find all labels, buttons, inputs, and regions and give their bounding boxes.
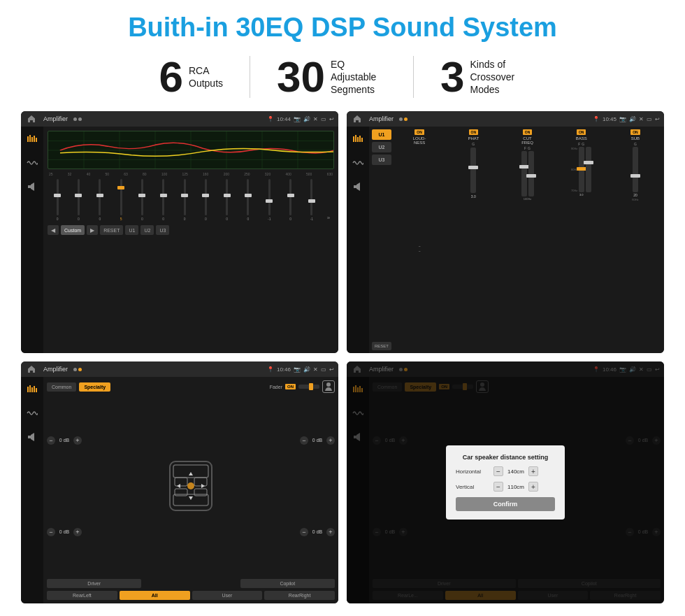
status-right-2: 📍 10:45 📷 🔊 ✕ ▭ ↩ (593, 116, 660, 122)
copilot-button[interactable]: Copilot (240, 579, 335, 588)
eq-sidebar-icon-2[interactable] (351, 132, 365, 146)
eq-slider-6[interactable]: 0 (154, 179, 173, 221)
home-icon[interactable] (25, 113, 38, 125)
wave-sidebar-icon-3[interactable] (25, 406, 39, 420)
prev-button[interactable]: ◀ (48, 225, 59, 235)
rearright-button[interactable]: RearRight (264, 591, 335, 600)
svg-rect-21 (361, 138, 363, 142)
minus-fr[interactable]: − (300, 436, 308, 445)
location-icon: 📍 (267, 116, 274, 122)
loudness-on-badge: ON (414, 129, 424, 135)
eq-slider-5[interactable]: 0 (132, 179, 152, 221)
svg-point-39 (187, 482, 194, 489)
back-icon-2[interactable]: ↩ (655, 116, 660, 122)
status-bar-2: Amplifier 📍 10:45 📷 🔊 ✕ ▭ ↩ (347, 111, 664, 127)
u3-preset[interactable]: U3 (372, 155, 391, 165)
bass-slider-f[interactable] (579, 147, 584, 192)
reset-small-button[interactable]: RESET (372, 342, 391, 350)
expand-arrow[interactable]: » (323, 215, 334, 221)
sub-slider[interactable] (633, 147, 638, 192)
specialty-tab[interactable]: Specialty (79, 382, 110, 392)
vertical-plus[interactable]: + (528, 482, 538, 492)
speaker-sidebar-icon-2[interactable] (351, 180, 365, 194)
user-button[interactable]: User (192, 591, 263, 600)
fader-slider[interactable] (298, 385, 319, 389)
common-tab[interactable]: Common (47, 382, 76, 392)
back-icon-3[interactable]: ↩ (329, 366, 334, 373)
horizontal-minus[interactable]: − (493, 466, 503, 476)
u1-button[interactable]: U1 (125, 225, 138, 235)
freq-labels: 25 32 40 50 63 80 100 125 160 200 250 32… (48, 172, 334, 176)
volume-icon: 🔊 (303, 116, 310, 122)
next-button[interactable]: ▶ (87, 225, 98, 235)
rearleft-button[interactable]: RearLeft (47, 591, 117, 600)
car-top-view-svg (159, 458, 222, 514)
svg-rect-4 (36, 138, 37, 142)
eq-slider-8[interactable]: 0 (196, 179, 215, 221)
eq-slider-9[interactable]: 0 (217, 179, 237, 221)
plus-rr[interactable]: + (326, 528, 335, 536)
eq-slider-4[interactable]: 5 (111, 179, 131, 221)
horizontal-value: 140cm (505, 468, 526, 475)
wave-sidebar-icon-2[interactable] (351, 156, 365, 170)
home-icon-2[interactable] (351, 113, 363, 125)
vertical-minus[interactable]: − (493, 482, 503, 492)
left-sidebar-1 (21, 127, 43, 353)
home-icon-3[interactable] (25, 363, 38, 375)
minus-rr[interactable]: − (300, 528, 308, 536)
volume-icon-2: 🔊 (629, 116, 636, 122)
person-icon (322, 380, 335, 393)
bass-slider-g[interactable] (586, 147, 591, 192)
eq-slider-11[interactable]: -1 (259, 179, 279, 221)
svg-marker-40 (189, 472, 193, 475)
eq-slider-3[interactable]: 0 (90, 179, 110, 221)
fader-main: Common Specialty Fader ON (43, 377, 338, 603)
minus-rl[interactable]: − (47, 528, 55, 536)
status-dots-1 (73, 117, 82, 121)
vertical-control: − 110cm + (493, 482, 538, 492)
custom-button[interactable]: Custom (61, 225, 85, 235)
eq-slider-2[interactable]: 0 (68, 179, 88, 221)
u2-preset[interactable]: U2 (372, 142, 391, 152)
u1-preset[interactable]: U1 (372, 129, 391, 140)
confirm-button[interactable]: Confirm (456, 497, 555, 511)
u2-button[interactable]: U2 (140, 225, 154, 235)
phat-slider[interactable] (470, 148, 476, 193)
minus-fl[interactable]: − (47, 436, 55, 445)
screen1-title: Amplifier (43, 115, 68, 122)
dot6 (78, 368, 82, 371)
crossover-channels: ON LOUD-NESS ~ ~ ON PHAT G (394, 129, 661, 350)
wave-sidebar-icon[interactable] (25, 156, 39, 170)
svg-rect-19 (357, 137, 359, 142)
horizontal-plus[interactable]: + (528, 466, 538, 476)
svg-marker-6 (31, 182, 34, 191)
svg-rect-2 (31, 137, 33, 142)
reset-button[interactable]: RESET (100, 225, 123, 235)
plus-fl[interactable]: + (73, 436, 82, 445)
speaker-sidebar-icon[interactable] (25, 180, 39, 194)
driver-button[interactable]: Driver (47, 579, 141, 588)
eq-slider-10[interactable]: 0 (238, 179, 258, 221)
eq-slider-7[interactable]: 0 (175, 179, 194, 221)
svg-marker-30 (31, 433, 34, 441)
eq-slider-13[interactable]: -1 (302, 179, 322, 221)
db-val-fl: 0 dB (57, 438, 72, 443)
eq-slider-12[interactable]: 0 (280, 179, 300, 221)
db-val-rr: 0 dB (310, 529, 325, 534)
screen-fader: Amplifier 📍 10:46 📷 🔊 ✕ ▭ ↩ (21, 361, 338, 603)
plus-fr[interactable]: + (326, 436, 335, 445)
channel-sub: ON SUB G 20 60Hz (610, 129, 661, 350)
dot1 (73, 117, 77, 121)
screen-eq: Amplifier 📍 10:44 📷 🔊 ✕ ▭ ↩ (21, 111, 338, 353)
eq-sidebar-icon[interactable] (25, 132, 39, 146)
speaker-sidebar-icon-3[interactable] (25, 430, 39, 444)
back-icon[interactable]: ↩ (329, 116, 334, 122)
all-button[interactable]: All (120, 591, 190, 600)
plus-rl[interactable]: + (73, 528, 82, 536)
u3-button[interactable]: U3 (156, 225, 169, 235)
eq-sidebar-icon-3[interactable] (25, 382, 39, 396)
phat-on-badge: ON (469, 129, 479, 135)
cutfreq-slider-g[interactable] (528, 151, 534, 196)
eq-slider-1[interactable]: 0 (48, 179, 67, 221)
channel-bass: ON BASS F G 90Hz 80Hz (556, 129, 607, 350)
